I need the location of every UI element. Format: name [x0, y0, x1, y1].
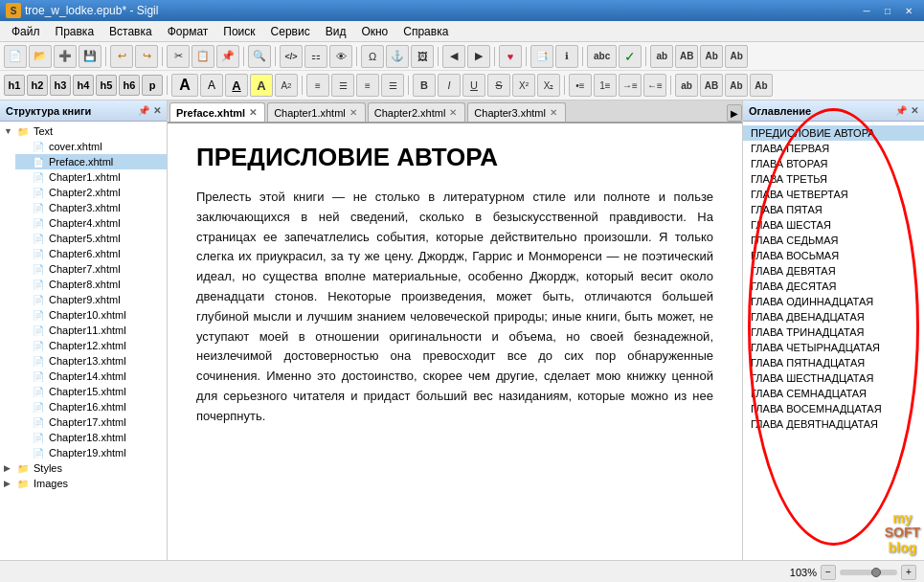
toc-item-2[interactable]: ГЛАВА ВТОРАЯ — [743, 156, 924, 171]
h4-button[interactable]: h4 — [73, 75, 94, 96]
close-button[interactable]: ✕ — [899, 3, 918, 18]
font-larger-button[interactable]: A — [171, 74, 198, 97]
toc-button[interactable]: 📑 — [530, 45, 553, 68]
view-preview-button[interactable]: 👁 — [329, 45, 352, 68]
toc-item-15[interactable]: ГЛАВА ПЯТНАДЦАТАЯ — [743, 355, 924, 370]
insert-image-button[interactable]: 🖼 — [411, 45, 434, 68]
view-AB-button[interactable]: AB — [675, 45, 698, 68]
tree-file-cover-xhtml[interactable]: 📄cover.xhtml — [15, 139, 167, 154]
save-button[interactable]: 💾 — [79, 45, 101, 68]
h1-button[interactable]: h1 — [4, 75, 25, 96]
redo-button[interactable]: ↪ — [135, 45, 158, 68]
content-body[interactable]: Прелесть этой книги — не столько в литер… — [196, 188, 713, 427]
maximize-button[interactable]: □ — [878, 3, 897, 18]
align-left-button[interactable]: ≡ — [306, 74, 329, 97]
add-button[interactable]: ➕ — [54, 45, 77, 68]
toc-item-9[interactable]: ГЛАВА ДЕВЯТАЯ — [743, 263, 924, 279]
outdent-button[interactable]: ←≡ — [643, 74, 666, 97]
nav-next-button[interactable]: ▶ — [467, 45, 490, 68]
toc-item-12[interactable]: ГЛАВА ДВЕНАДЦАТАЯ — [743, 309, 924, 325]
menu-item-справка[interactable]: Справка — [395, 21, 456, 41]
nav-prev-button[interactable]: ◀ — [442, 45, 465, 68]
minimize-button[interactable]: ─ — [857, 3, 876, 18]
zoom-out-button[interactable]: − — [821, 565, 836, 580]
font-smaller-button[interactable]: A — [200, 74, 223, 97]
toc-item-5[interactable]: ГЛАВА ПЯТАЯ — [743, 202, 924, 217]
toc-item-0[interactable]: ПРЕДИСЛОВИЕ АВТОРА — [743, 125, 924, 141]
tab-close-icon[interactable]: ✕ — [550, 107, 557, 118]
align-center-button[interactable]: ☰ — [331, 74, 354, 97]
copy-button[interactable]: 📋 — [192, 45, 214, 68]
tab-1[interactable]: Chapter1.xhtml✕ — [267, 102, 366, 122]
menu-item-файл[interactable]: Файл — [4, 21, 48, 41]
close-panel-icon[interactable]: ✕ — [153, 105, 161, 116]
font-color-button[interactable]: A — [225, 74, 248, 97]
tree-file-Chapter17-xhtml[interactable]: 📄Chapter17.xhtml — [15, 414, 167, 430]
zoom-in-button[interactable]: + — [901, 565, 916, 580]
bookmark-button[interactable]: ♥ — [499, 45, 522, 68]
tree-file-Chapter12-xhtml[interactable]: 📄Chapter12.xhtml — [15, 338, 167, 353]
tab-nav-button[interactable]: ▶ — [727, 104, 742, 122]
tree-file-Chapter11-xhtml[interactable]: 📄Chapter11.xhtml — [15, 323, 167, 338]
h2-button[interactable]: h2 — [27, 75, 48, 96]
h3-button[interactable]: h3 — [50, 75, 71, 96]
insert-Ab2-button[interactable]: Ab — [750, 74, 773, 97]
pin-icon[interactable]: 📌 — [138, 105, 149, 116]
view-code-button[interactable]: </> — [280, 45, 303, 68]
tree-folder-images[interactable]: ▶ 📁 Images — [0, 476, 167, 491]
view-Ab-button[interactable]: Ab — [700, 45, 723, 68]
tree-folder-styles[interactable]: ▶ 📁 Styles — [0, 460, 167, 476]
superscript-button[interactable]: X² — [512, 74, 535, 97]
menu-item-вставка[interactable]: Вставка — [101, 21, 160, 41]
view-split-button[interactable]: ⚏ — [304, 45, 327, 68]
tree-file-Chapter2-xhtml[interactable]: 📄Chapter2.xhtml — [15, 185, 167, 200]
tab-close-icon[interactable]: ✕ — [249, 107, 257, 118]
toc-close-icon[interactable]: ✕ — [911, 105, 918, 116]
italic-button[interactable]: I — [438, 74, 461, 97]
toc-item-7[interactable]: ГЛАВА СЕДЬМАЯ — [743, 233, 924, 248]
zoom-slider[interactable] — [840, 570, 897, 575]
insert-link-button[interactable]: ⚓ — [386, 45, 409, 68]
meta-button[interactable]: ℹ — [555, 45, 578, 68]
align-right-button[interactable]: ≡ — [356, 74, 379, 97]
insert-AB-button[interactable]: AB — [700, 74, 723, 97]
tab-0[interactable]: Preface.xhtml✕ — [169, 102, 265, 122]
font-bg-button[interactable]: A — [250, 74, 273, 97]
tree-file-Chapter6-xhtml[interactable]: 📄Chapter6.xhtml — [15, 246, 167, 261]
tree-file-Chapter7-xhtml[interactable]: 📄Chapter7.xhtml — [15, 261, 167, 277]
bold-button[interactable]: B — [413, 74, 436, 97]
tree-file-Chapter19-xhtml[interactable]: 📄Chapter19.xhtml — [15, 445, 167, 460]
tree-file-Chapter10-xhtml[interactable]: 📄Chapter10.xhtml — [15, 307, 167, 323]
tree-file-Chapter15-xhtml[interactable]: 📄Chapter15.xhtml — [15, 384, 167, 399]
view-ab-button[interactable]: ab — [650, 45, 673, 68]
tree-file-Chapter13-xhtml[interactable]: 📄Chapter13.xhtml — [15, 353, 167, 369]
ol-button[interactable]: 1≡ — [594, 74, 617, 97]
tab-3[interactable]: Chapter3.xhtml✕ — [467, 102, 566, 122]
toc-item-19[interactable]: ГЛАВА ДЕВЯТНАДЦАТАЯ — [743, 416, 924, 432]
tree-file-Chapter18-xhtml[interactable]: 📄Chapter18.xhtml — [15, 430, 167, 445]
find-button[interactable]: 🔍 — [248, 45, 271, 68]
toc-pin-icon[interactable]: 📌 — [895, 105, 907, 116]
tree-file-Preface-xhtml[interactable]: 📄Preface.xhtml — [15, 154, 167, 169]
open-button[interactable]: 📂 — [29, 45, 52, 68]
toc-item-13[interactable]: ГЛАВА ТРИНАДЦАТАЯ — [743, 325, 924, 340]
tab-close-icon[interactable]: ✕ — [349, 107, 357, 118]
tree-folder-text[interactable]: ▼ 📁 Text — [0, 123, 167, 139]
insert-Ab-button[interactable]: Ab — [725, 74, 748, 97]
p-button[interactable]: p — [142, 75, 163, 96]
toc-item-4[interactable]: ГЛАВА ЧЕТВЕРТАЯ — [743, 187, 924, 202]
menu-item-сервис[interactable]: Сервис — [263, 21, 318, 41]
tab-2[interactable]: Chapter2.xhtml✕ — [368, 102, 466, 122]
view-Ab2-button[interactable]: Ab — [725, 45, 748, 68]
toc-item-16[interactable]: ГЛАВА ШЕСТНАДЦАТАЯ — [743, 370, 924, 386]
tree-file-Chapter3-xhtml[interactable]: 📄Chapter3.xhtml — [15, 200, 167, 215]
menu-item-вид[interactable]: Вид — [318, 21, 354, 41]
tree-file-Chapter8-xhtml[interactable]: 📄Chapter8.xhtml — [15, 277, 167, 292]
zoom-thumb[interactable] — [871, 568, 881, 577]
tree-file-Chapter4-xhtml[interactable]: 📄Chapter4.xhtml — [15, 215, 167, 231]
toc-item-10[interactable]: ГЛАВА ДЕСЯТАЯ — [743, 279, 924, 294]
toc-item-18[interactable]: ГЛАВА ВОСЕМНАДЦАТАЯ — [743, 401, 924, 416]
subscript-button[interactable]: X₂ — [537, 74, 560, 97]
h6-button[interactable]: h6 — [119, 75, 140, 96]
cut-button[interactable]: ✂ — [167, 45, 190, 68]
